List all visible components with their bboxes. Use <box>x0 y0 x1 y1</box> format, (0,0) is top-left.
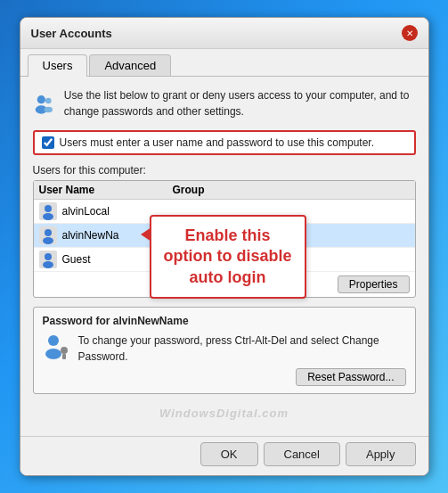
password-section: Password for alvinNewName To change your… <box>33 307 416 394</box>
must-enter-password-label: Users must enter a user name and passwor… <box>60 136 375 149</box>
reset-password-button[interactable]: Reset Password... <box>296 368 405 386</box>
ok-button[interactable]: OK <box>200 442 258 466</box>
svg-rect-13 <box>62 354 66 359</box>
cancel-button[interactable]: Cancel <box>264 442 340 466</box>
dialog-title: User Accounts <box>31 27 112 40</box>
users-for-computer-label: Users for this computer: <box>33 164 416 177</box>
table-header: User Name Group <box>34 181 415 200</box>
info-text: Use the list below to grant or deny user… <box>64 87 416 119</box>
svg-point-0 <box>37 95 45 103</box>
table-row[interactable]: alvinLocal <box>34 200 415 224</box>
reset-password-btn-row: Reset Password... <box>78 368 406 386</box>
tab-advanced[interactable]: Advanced <box>89 54 171 76</box>
user-row-icon <box>39 202 57 220</box>
action-buttons-row: OK Cancel Apply <box>20 436 428 475</box>
tooltip-arrow <box>141 227 151 242</box>
col-header-group: Group <box>173 184 410 196</box>
password-info-text: To change your password, press Ctrl-Alt-… <box>78 333 406 365</box>
svg-point-7 <box>43 237 53 244</box>
svg-point-4 <box>45 205 52 212</box>
svg-point-9 <box>43 261 53 268</box>
table-row[interactable]: Guest <box>34 248 415 272</box>
title-bar: User Accounts ✕ <box>20 18 428 49</box>
tab-users[interactable]: Users <box>28 54 88 77</box>
password-text-col: To change your password, press Ctrl-Alt-… <box>78 333 406 386</box>
apply-button[interactable]: Apply <box>346 442 416 466</box>
user-group-icon <box>33 87 55 121</box>
users-for-computer-section: Users for this computer: User Name Group… <box>33 164 416 298</box>
close-button[interactable]: ✕ <box>402 25 418 41</box>
svg-point-11 <box>45 349 61 359</box>
must-enter-password-checkbox-row: Users must enter a user name and passwor… <box>33 130 416 155</box>
user-accounts-dialog: User Accounts ✕ Users Advanced Use the l… <box>20 17 429 476</box>
user-name: Guest <box>62 253 91 266</box>
info-row: Use the list below to grant or deny user… <box>33 87 416 121</box>
users-table: User Name Group alvinLocal <box>33 180 416 298</box>
user-name: alvinLocal <box>62 205 110 218</box>
svg-point-12 <box>61 347 68 354</box>
user-row-icon <box>39 226 57 244</box>
svg-point-10 <box>48 335 59 346</box>
svg-point-6 <box>45 229 52 236</box>
tooltip-line1: Enable this <box>164 226 292 246</box>
dialog-content: Use the list below to grant or deny user… <box>20 77 428 436</box>
user-row-icon <box>39 251 57 268</box>
table-row[interactable]: alvinNewNa Enable this option to disable… <box>34 224 415 248</box>
watermark: WindowsDigital.com <box>33 407 416 420</box>
properties-button[interactable]: Properties <box>338 275 410 293</box>
properties-row: Properties <box>34 272 415 297</box>
svg-point-8 <box>45 253 52 260</box>
svg-point-3 <box>44 107 52 113</box>
tab-bar: Users Advanced <box>20 49 428 77</box>
password-user-icon <box>43 333 71 361</box>
password-content: To change your password, press Ctrl-Alt-… <box>43 333 406 386</box>
must-enter-password-checkbox[interactable] <box>42 136 54 149</box>
svg-point-2 <box>45 98 51 104</box>
user-name: alvinNewNa <box>62 229 119 242</box>
svg-point-5 <box>43 213 53 220</box>
col-header-name: User Name <box>39 184 173 196</box>
password-section-title: Password for alvinNewName <box>43 315 406 327</box>
